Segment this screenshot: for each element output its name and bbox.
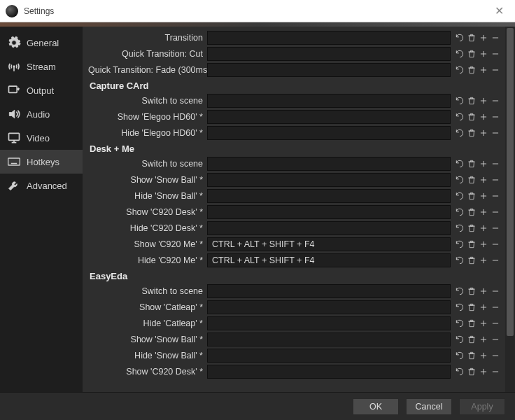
undo-icon[interactable] — [454, 237, 465, 251]
minus-icon[interactable] — [490, 126, 501, 140]
minus-icon[interactable] — [490, 349, 501, 363]
trash-icon[interactable] — [466, 173, 477, 187]
sidebar-item-audio[interactable]: Audio — [0, 102, 83, 126]
undo-icon[interactable] — [454, 221, 465, 235]
minus-icon[interactable] — [490, 300, 501, 314]
hotkey-input[interactable] — [207, 300, 451, 314]
undo-icon[interactable] — [454, 63, 465, 77]
undo-icon[interactable] — [454, 316, 465, 330]
plus-icon[interactable] — [478, 31, 489, 45]
trash-icon[interactable] — [466, 221, 477, 235]
undo-icon[interactable] — [454, 110, 465, 124]
minus-icon[interactable] — [490, 94, 501, 108]
scrollbar-thumb[interactable] — [507, 28, 514, 336]
hotkey-input[interactable] — [207, 94, 451, 108]
plus-icon[interactable] — [478, 237, 489, 251]
vertical-scrollbar[interactable] — [505, 27, 515, 392]
undo-icon[interactable] — [454, 126, 465, 140]
undo-icon[interactable] — [454, 253, 465, 267]
plus-icon[interactable] — [478, 221, 489, 235]
undo-icon[interactable] — [454, 284, 465, 298]
plus-icon[interactable] — [478, 126, 489, 140]
plus-icon[interactable] — [478, 300, 489, 314]
sidebar-item-stream[interactable]: Stream — [0, 55, 83, 78]
undo-icon[interactable] — [454, 173, 465, 187]
minus-icon[interactable] — [490, 284, 501, 298]
plus-icon[interactable] — [478, 205, 489, 219]
minus-icon[interactable] — [490, 157, 501, 171]
trash-icon[interactable] — [466, 126, 477, 140]
hotkey-input[interactable]: CTRL + ALT + SHIFT + F4 — [207, 253, 451, 267]
plus-icon[interactable] — [478, 349, 489, 363]
sidebar-item-hotkeys[interactable]: Hotkeys — [0, 150, 83, 174]
undo-icon[interactable] — [454, 47, 465, 61]
apply-button[interactable]: Apply — [459, 398, 505, 415]
hotkey-input[interactable] — [207, 126, 451, 140]
trash-icon[interactable] — [466, 253, 477, 267]
trash-icon[interactable] — [466, 63, 477, 77]
minus-icon[interactable] — [490, 237, 501, 251]
close-icon[interactable]: ✕ — [489, 4, 509, 18]
hotkey-input[interactable] — [207, 157, 451, 171]
plus-icon[interactable] — [478, 284, 489, 298]
undo-icon[interactable] — [454, 300, 465, 314]
trash-icon[interactable] — [466, 110, 477, 124]
hotkey-input[interactable] — [207, 47, 451, 61]
sidebar-item-video[interactable]: Video — [0, 126, 83, 150]
plus-icon[interactable] — [478, 94, 489, 108]
undo-icon[interactable] — [454, 349, 465, 363]
trash-icon[interactable] — [466, 300, 477, 314]
trash-icon[interactable] — [466, 284, 477, 298]
trash-icon[interactable] — [466, 365, 477, 379]
hotkey-input[interactable] — [207, 332, 451, 346]
hotkey-input[interactable] — [207, 205, 451, 219]
undo-icon[interactable] — [454, 365, 465, 379]
trash-icon[interactable] — [466, 237, 477, 251]
minus-icon[interactable] — [490, 316, 501, 330]
cancel-button[interactable]: Cancel — [406, 398, 452, 415]
hotkey-input[interactable] — [207, 31, 451, 45]
plus-icon[interactable] — [478, 316, 489, 330]
plus-icon[interactable] — [478, 253, 489, 267]
ok-button[interactable]: OK — [353, 398, 399, 415]
trash-icon[interactable] — [466, 205, 477, 219]
hotkey-input[interactable] — [207, 110, 451, 124]
minus-icon[interactable] — [490, 31, 501, 45]
sidebar-item-output[interactable]: Output — [0, 78, 83, 102]
hotkey-input[interactable] — [207, 189, 451, 203]
undo-icon[interactable] — [454, 205, 465, 219]
trash-icon[interactable] — [466, 316, 477, 330]
minus-icon[interactable] — [490, 173, 501, 187]
minus-icon[interactable] — [490, 365, 501, 379]
hotkey-input[interactable] — [207, 221, 451, 235]
hotkey-input[interactable] — [207, 316, 451, 330]
trash-icon[interactable] — [466, 189, 477, 203]
plus-icon[interactable] — [478, 173, 489, 187]
trash-icon[interactable] — [466, 47, 477, 61]
trash-icon[interactable] — [466, 94, 477, 108]
undo-icon[interactable] — [454, 94, 465, 108]
hotkey-input[interactable] — [207, 349, 451, 363]
minus-icon[interactable] — [490, 332, 501, 346]
plus-icon[interactable] — [478, 63, 489, 77]
sidebar-item-advanced[interactable]: Advanced — [0, 174, 83, 197]
minus-icon[interactable] — [490, 47, 501, 61]
trash-icon[interactable] — [466, 332, 477, 346]
undo-icon[interactable] — [454, 157, 465, 171]
plus-icon[interactable] — [478, 157, 489, 171]
undo-icon[interactable] — [454, 332, 465, 346]
hotkey-input[interactable] — [207, 63, 451, 77]
plus-icon[interactable] — [478, 365, 489, 379]
minus-icon[interactable] — [490, 63, 501, 77]
hotkey-input[interactable]: CTRL + ALT + SHIFT + F4 — [207, 237, 451, 251]
plus-icon[interactable] — [478, 47, 489, 61]
minus-icon[interactable] — [490, 110, 501, 124]
hotkey-input[interactable] — [207, 173, 451, 187]
trash-icon[interactable] — [466, 157, 477, 171]
trash-icon[interactable] — [466, 31, 477, 45]
trash-icon[interactable] — [466, 349, 477, 363]
minus-icon[interactable] — [490, 221, 501, 235]
hotkey-input[interactable] — [207, 284, 451, 298]
hotkey-input[interactable] — [207, 365, 451, 379]
plus-icon[interactable] — [478, 189, 489, 203]
